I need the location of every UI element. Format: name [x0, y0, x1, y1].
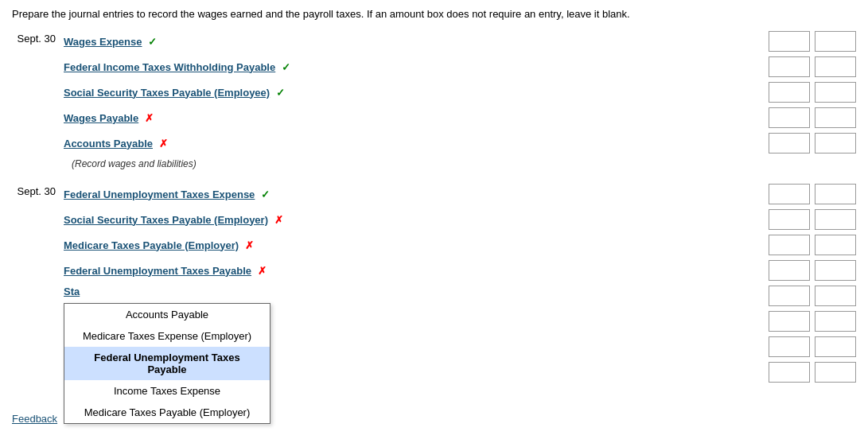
dropdown-row-debit[interactable]: [769, 286, 810, 306]
fute-check: ✓: [261, 188, 270, 200]
date-sept30-1: Sept. 30: [12, 31, 64, 45]
fute-inputs: [769, 184, 856, 204]
account-medicare-employer: Medicare Taxes Payable (Employer) ✗: [64, 239, 762, 251]
wages-payable-credit[interactable]: [815, 107, 856, 128]
account-wages-payable: Wages Payable ✗: [64, 112, 762, 124]
wages-expense-check: ✓: [148, 36, 157, 48]
fute-debit[interactable]: [769, 184, 810, 204]
futp-credit[interactable]: [815, 260, 856, 281]
ss-employer-debit[interactable]: [769, 209, 810, 230]
blank-1-credit[interactable]: [815, 311, 856, 332]
entry-row-wages-expense: Sept. 30 Wages Expense ✓: [12, 31, 856, 52]
ss-employer-x: ✗: [274, 214, 283, 226]
account-wages-expense: Wages Expense ✓: [64, 36, 762, 48]
entry-row-fute: Sept. 30 Federal Unemployment Taxes Expe…: [12, 184, 856, 204]
dropdown-menu: Accounts Payable Medicare Taxes Expense …: [64, 303, 271, 424]
dropdown-item-accounts-payable[interactable]: Accounts Payable: [64, 304, 270, 325]
fitw-inputs: [769, 56, 856, 77]
entry-row-ss-employee: Social Security Taxes Payable (Employee)…: [12, 82, 856, 103]
date-empty-6: [12, 235, 64, 236]
ss-employee-label[interactable]: Social Security Taxes Payable (Employee): [64, 87, 270, 99]
ss-employer-credit[interactable]: [815, 209, 856, 230]
wages-expense-debit[interactable]: [769, 31, 810, 52]
fitw-label[interactable]: Federal Income Taxes Withholding Payable: [64, 61, 275, 73]
date-empty-2: [12, 82, 64, 84]
entry-row-dropdown: Sta Accounts Payable Medicare Taxes Expe…: [12, 286, 856, 306]
dropdown-container: Sta Accounts Payable Medicare Taxes Expe…: [64, 286, 80, 297]
note-text-1: (Record wages and liabilities): [72, 158, 197, 169]
fute-label[interactable]: Federal Unemployment Taxes Expense: [64, 188, 255, 200]
dropdown-row-credit[interactable]: [815, 286, 856, 306]
blank-2-debit[interactable]: [769, 336, 810, 357]
blank-3-debit[interactable]: [769, 362, 810, 383]
ss-employee-inputs: [769, 82, 856, 103]
wages-expense-label[interactable]: Wages Expense: [64, 36, 142, 48]
date-empty-3: [12, 107, 64, 109]
dropdown-row-inputs: [769, 286, 856, 306]
feedback-link[interactable]: Feedback: [12, 413, 57, 425]
blank-3-credit[interactable]: [815, 362, 856, 383]
accounts-payable-1-x: ✗: [159, 138, 168, 150]
fitw-credit[interactable]: [815, 56, 856, 77]
blank-1-inputs: [769, 311, 856, 332]
instructions-text: Prepare the journal entries to record th…: [12, 8, 856, 20]
futp-debit[interactable]: [769, 260, 810, 281]
medicare-employer-debit[interactable]: [769, 235, 810, 255]
date-empty-10: [12, 336, 64, 338]
futp-x: ✗: [258, 265, 267, 277]
wages-payable-inputs: [769, 107, 856, 128]
dropdown-trigger-label[interactable]: Sta: [64, 286, 80, 297]
entry-row-futp: Federal Unemployment Taxes Payable ✗: [12, 260, 856, 281]
entry-row-accounts-payable-1: Accounts Payable ✗: [12, 133, 856, 153]
fitw-debit[interactable]: [769, 56, 810, 77]
ss-employee-check: ✓: [276, 87, 285, 99]
fute-credit[interactable]: [815, 184, 856, 204]
entry-row-medicare-employer: Medicare Taxes Payable (Employer) ✗: [12, 235, 856, 255]
wages-payable-x: ✗: [145, 112, 154, 124]
blank-2-credit[interactable]: [815, 336, 856, 357]
fitw-check: ✓: [282, 61, 290, 73]
wages-payable-label[interactable]: Wages Payable: [64, 112, 138, 124]
date-sept30-2: Sept. 30: [12, 184, 64, 197]
account-fute: Federal Unemployment Taxes Expense ✓: [64, 188, 762, 200]
accounts-payable-1-inputs: [769, 133, 856, 153]
date-empty-7: [12, 260, 64, 262]
medicare-employer-credit[interactable]: [815, 235, 856, 255]
date-empty-8: [12, 286, 64, 287]
account-accounts-payable-1: Accounts Payable ✗: [64, 138, 762, 150]
account-ss-employee: Social Security Taxes Payable (Employee)…: [64, 87, 762, 99]
ss-employee-debit[interactable]: [769, 82, 810, 103]
date-empty-1: [12, 56, 64, 58]
date-empty-9: [12, 311, 64, 313]
dropdown-item-income-taxes[interactable]: Income Taxes Expense: [64, 380, 270, 402]
accounts-payable-1-credit[interactable]: [815, 133, 856, 153]
wages-payable-debit[interactable]: [769, 107, 810, 128]
medicare-employer-label[interactable]: Medicare Taxes Payable (Employer): [64, 239, 239, 251]
entry-row-fitw: Federal Income Taxes Withholding Payable…: [12, 56, 856, 77]
date-empty-11: [12, 362, 64, 363]
futp-inputs: [769, 260, 856, 281]
blank-2-inputs: [769, 336, 856, 357]
futp-label[interactable]: Federal Unemployment Taxes Payable: [64, 265, 251, 277]
wages-expense-inputs: [769, 31, 856, 52]
dropdown-item-medicare-expense[interactable]: Medicare Taxes Expense (Employer): [64, 325, 270, 347]
ss-employer-inputs: [769, 209, 856, 230]
date-empty-5: [12, 209, 64, 211]
entry-row-ss-employer: Social Security Taxes Payable (Employer)…: [12, 209, 856, 230]
date-empty-4: [12, 133, 64, 134]
accounts-payable-1-label[interactable]: Accounts Payable: [64, 138, 153, 150]
account-dropdown: Sta Accounts Payable Medicare Taxes Expe…: [64, 286, 762, 297]
accounts-payable-1-debit[interactable]: [769, 133, 810, 153]
dropdown-item-futa-payable[interactable]: Federal Unemployment Taxes Payable: [64, 347, 270, 380]
entry-row-wages-payable: Wages Payable ✗: [12, 107, 856, 128]
note-row-1: (Record wages and liabilities): [12, 158, 856, 169]
medicare-employer-x: ✗: [245, 239, 254, 251]
blank-3-inputs: [769, 362, 856, 383]
blank-1-debit[interactable]: [769, 311, 810, 332]
ss-employee-credit[interactable]: [815, 82, 856, 103]
ss-employer-label[interactable]: Social Security Taxes Payable (Employer): [64, 214, 268, 226]
account-fitw: Federal Income Taxes Withholding Payable…: [64, 61, 762, 73]
dropdown-item-medicare-payable[interactable]: Medicare Taxes Payable (Employer): [64, 402, 270, 423]
journal-section-1: Sept. 30 Wages Expense ✓ Federal Income …: [12, 31, 856, 169]
wages-expense-credit[interactable]: [815, 31, 856, 52]
